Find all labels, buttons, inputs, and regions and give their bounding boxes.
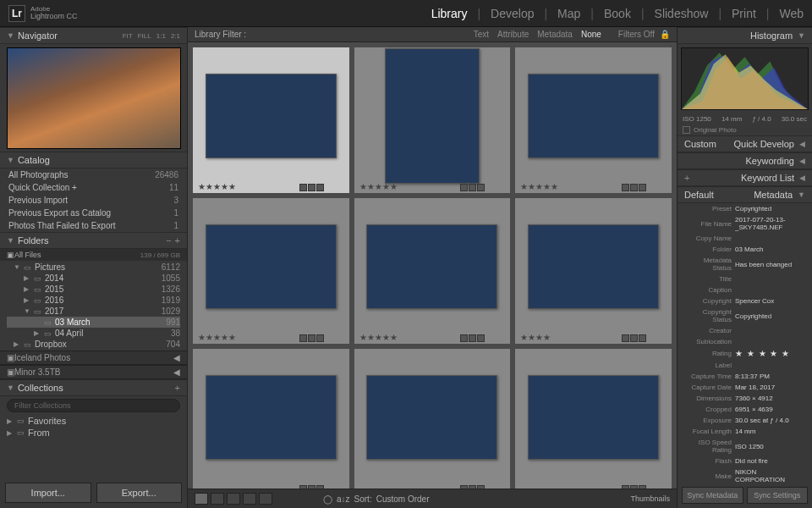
thumbnail-image[interactable] <box>206 74 337 158</box>
module-web[interactable]: Web <box>779 7 804 20</box>
module-print[interactable]: Print <box>732 7 756 20</box>
badge-icon[interactable] <box>622 184 629 191</box>
navigator-preview[interactable] <box>7 47 181 149</box>
rating-stars[interactable]: ★★★★ <box>520 333 551 342</box>
disclosure-arrow-icon[interactable]: ▶ <box>24 296 32 304</box>
folder-row[interactable]: ▶▭20161919 <box>7 295 180 306</box>
disclosure-arrow-icon[interactable]: ▶ <box>34 329 42 337</box>
filter-tab-metadata[interactable]: Metadata <box>537 30 573 39</box>
plus-icon[interactable]: + <box>175 383 180 393</box>
thumbnail-image[interactable] <box>206 375 337 460</box>
filter-tab-attribute[interactable]: Attribute <box>497 30 529 39</box>
metadata-value[interactable]: 14 mm <box>735 428 807 435</box>
thumbnail-cell[interactable]: ★★★★★ <box>354 47 511 193</box>
rating-stars[interactable]: ★★★★★ <box>359 182 398 191</box>
thumbnail-cell[interactable] <box>354 349 511 489</box>
badge-icon[interactable] <box>639 334 646 342</box>
metadata-header[interactable]: Default Metadata ▼ <box>678 186 812 203</box>
nav-zoom-1:1[interactable]: 1:1 <box>156 32 166 40</box>
module-map[interactable]: Map <box>557 7 580 20</box>
folder-row[interactable]: ▼▭Pictures6112 <box>7 262 180 273</box>
disclosure-arrow-icon[interactable]: ▶ <box>7 417 15 425</box>
catalog-row[interactable]: Quick Collection +11 <box>0 181 187 194</box>
metadata-value[interactable]: Spencer Cox <box>735 297 807 305</box>
thumbnail-image[interactable] <box>206 224 337 309</box>
minus-icon[interactable]: − <box>166 235 171 246</box>
metadata-value[interactable]: ★ ★ ★ ★ ★ <box>735 349 807 358</box>
thumbnail-image[interactable] <box>528 74 659 158</box>
lock-icon[interactable]: 🔒 <box>660 30 670 39</box>
badge-icon[interactable] <box>622 485 629 489</box>
thumbnail-image[interactable] <box>528 224 659 309</box>
sort-value[interactable]: Custom Order <box>376 494 430 504</box>
plus-icon[interactable]: + <box>684 173 689 183</box>
badge-icon[interactable] <box>469 485 476 489</box>
rating-stars[interactable]: ★ ★ ★ ★ ★ <box>735 349 790 358</box>
loupe-view-icon[interactable] <box>211 493 224 505</box>
catalog-row[interactable]: Previous Import3 <box>0 194 187 207</box>
thumbnail-image[interactable] <box>528 375 659 460</box>
thumbnail-cell[interactable]: ★★★★★ <box>354 198 511 344</box>
module-develop[interactable]: Develop <box>491 7 534 20</box>
badge-icon[interactable] <box>308 184 315 191</box>
collection-row[interactable]: ▶▭From <box>7 427 180 439</box>
disclosure-arrow-icon[interactable]: ▶ <box>24 285 32 293</box>
badge-icon[interactable] <box>630 485 638 489</box>
module-library[interactable]: Library <box>431 7 468 20</box>
metadata-value[interactable]: 03 March <box>735 246 807 253</box>
badge-icon[interactable] <box>460 334 468 342</box>
metadata-value[interactable]: Copyrighted <box>735 312 807 320</box>
folder-row[interactable]: ▶▭20141055 <box>7 273 180 284</box>
compare-view-icon[interactable] <box>227 493 240 505</box>
badge-icon[interactable] <box>630 334 638 342</box>
badge-icon[interactable] <box>316 485 324 489</box>
filter-tab-none[interactable]: None <box>581 30 601 39</box>
badge-icon[interactable] <box>460 485 468 489</box>
badge-icon[interactable] <box>308 334 315 342</box>
badge-icon[interactable] <box>622 334 629 342</box>
metadata-value[interactable]: 2017-077-20-13-_SKY7485.NEF <box>735 216 807 231</box>
checkbox-icon[interactable] <box>683 126 690 134</box>
thumbnail-cell[interactable] <box>515 349 672 489</box>
quick-develop-header[interactable]: Custom Quick Develop ◀ <box>678 135 812 152</box>
catalog-row[interactable]: All Photographs26486 <box>0 168 187 181</box>
badge-icon[interactable] <box>477 485 485 489</box>
folder-row[interactable]: ▭03 March991 <box>7 317 180 328</box>
metadata-value[interactable]: 30.0 sec at ƒ / 4.0 <box>735 417 807 424</box>
catalog-row[interactable]: Previous Export as Catalog1 <box>0 207 187 219</box>
grid-view-icon[interactable] <box>195 493 208 505</box>
rating-stars[interactable]: ★★★★★ <box>198 182 236 191</box>
sort-control[interactable]: ◯ a↓z Sort: Custom Order <box>323 494 429 504</box>
disk-bar[interactable]: ▣ All Files 139 / 699 GB <box>0 249 187 261</box>
thumbnail-cell[interactable]: ★★★★ <box>515 198 672 344</box>
badge-icon[interactable] <box>477 334 485 342</box>
nav-zoom-fit[interactable]: FIT <box>123 32 133 40</box>
badge-icon[interactable] <box>460 184 468 191</box>
thumbnail-cell[interactable]: ★★★★★ <box>193 198 349 344</box>
catalog-header[interactable]: ▼ Catalog <box>0 152 187 168</box>
disclosure-arrow-icon[interactable]: ▶ <box>24 274 32 282</box>
histogram-header[interactable]: Histogram ▼ <box>678 27 812 44</box>
folder-row[interactable]: ▶▭04 April38 <box>7 328 180 339</box>
catalog-row[interactable]: Photos That Failed to Export1 <box>0 219 187 232</box>
thumbnail-image[interactable] <box>385 48 480 184</box>
disclosure-arrow-icon[interactable]: ▶ <box>14 340 22 348</box>
folder-row[interactable]: ▶▭20151326 <box>7 284 180 295</box>
badge-icon[interactable] <box>299 184 307 191</box>
sync-metadata-button[interactable]: Sync Metadata <box>682 487 743 504</box>
survey-view-icon[interactable] <box>243 493 256 505</box>
folders-header[interactable]: ▼ Folders − + <box>0 232 187 249</box>
collapsed-disk-row[interactable]: ▣ Minor 3.5TB◀ <box>0 365 187 379</box>
thumbnail-image[interactable] <box>366 375 497 460</box>
sort-direction-icon[interactable]: a↓z <box>337 494 350 504</box>
disclosure-arrow-icon[interactable]: ▶ <box>7 429 15 437</box>
collapsed-disk-row[interactable]: ▣ Iceland Photos◀ <box>0 351 187 365</box>
collections-filter-input[interactable]: Filter Collections <box>7 399 180 412</box>
badge-icon[interactable] <box>299 334 307 342</box>
metadata-value[interactable]: Has been changed <box>735 261 807 268</box>
export-button[interactable]: Export... <box>96 483 183 503</box>
nav-zoom-2:1[interactable]: 2:1 <box>171 32 180 40</box>
keyword-list-header[interactable]: + Keyword List ◀ <box>678 169 812 186</box>
metadata-value[interactable]: Mar 18, 2017 <box>735 384 807 391</box>
module-slideshow[interactable]: Slideshow <box>655 7 709 20</box>
